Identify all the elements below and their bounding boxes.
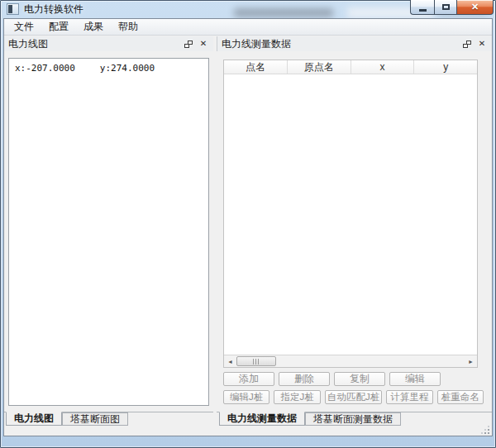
dock-header-powerline-diagram[interactable]: 电力线图 ✕ [4, 36, 213, 51]
menu-config[interactable]: 配置 [41, 18, 76, 36]
tab-powerline-measurement-data[interactable]: 电力线测量数据 [219, 412, 305, 426]
dock-title: 电力线测量数据 [222, 37, 291, 51]
scrollbar-thumb[interactable] [236, 356, 276, 366]
coordinate-y: y:274.0000 [100, 63, 155, 74]
maximize-icon [442, 4, 450, 10]
close-icon: ✕ [200, 40, 207, 48]
window-title: 电力转换软件 [24, 2, 83, 17]
float-window-icon [184, 41, 193, 48]
close-icon: ✕ [479, 40, 485, 48]
calc-mileage-button[interactable]: 计算里程 [386, 390, 432, 404]
dock-close-button[interactable]: ✕ [476, 39, 488, 50]
column-header-y[interactable]: y [414, 60, 477, 74]
dock-title: 电力线图 [8, 37, 48, 51]
tab-tower-base-section-diagram[interactable]: 塔基断面图 [62, 412, 128, 426]
rename-pile-button[interactable]: 桩重命名 [437, 390, 484, 404]
right-dock-tab-bar: 电力线测量数据 塔基断面测量数据 [217, 412, 492, 427]
menu-results[interactable]: 成果 [76, 18, 111, 36]
coordinate-x: x:-207.0000 [15, 63, 75, 74]
dock-header-measurement-data[interactable]: 电力线测量数据 ✕ [217, 36, 492, 51]
float-window-icon [463, 41, 471, 48]
measurement-table: 点名 原点名 x y ◄ ► [223, 60, 478, 368]
close-icon: ✕ [471, 2, 479, 12]
assign-j-pile-button[interactable]: 指定J桩 [274, 390, 320, 404]
scroll-left-arrow-icon[interactable]: ◄ [224, 355, 236, 367]
column-header-original-point-name[interactable]: 原点名 [288, 60, 351, 74]
column-header-point-name[interactable]: 点名 [224, 60, 288, 74]
minimize-icon [419, 9, 427, 12]
dock-float-button[interactable] [461, 39, 473, 50]
add-button[interactable]: 添加 [223, 372, 274, 386]
table-action-buttons: 添加 删除 复制 编辑 [223, 372, 441, 386]
cursor-coordinates: x:-207.0000 y:274.0000 [15, 63, 203, 74]
pile-action-buttons: 编辑J桩 指定J桩 自动匹配J桩 计算里程 桩重命名 [223, 390, 484, 404]
horizontal-scrollbar[interactable]: ◄ ► [224, 355, 477, 367]
auto-match-j-pile-button[interactable]: 自动匹配J桩 [325, 390, 382, 404]
table-body-empty[interactable] [224, 74, 477, 355]
app-icon[interactable] [7, 3, 19, 15]
scroll-right-arrow-icon[interactable]: ► [465, 355, 477, 367]
minimize-button[interactable] [410, 0, 434, 15]
edit-j-pile-button[interactable]: 编辑J桩 [223, 390, 269, 404]
menu-file[interactable]: 文件 [7, 18, 41, 36]
powerline-drawing-canvas[interactable]: x:-207.0000 y:274.0000 [8, 58, 209, 406]
tab-tower-base-section-measurement-data[interactable]: 塔基断面测量数据 [305, 412, 401, 426]
close-button[interactable]: ✕ [456, 0, 494, 15]
dock-float-button[interactable] [183, 39, 194, 50]
delete-button[interactable]: 删除 [279, 372, 330, 386]
left-dock-tab-bar: 电力线图 塔基断面图 [4, 412, 213, 427]
menu-bar: 文件 配置 成果 帮助 [4, 19, 492, 36]
menu-help[interactable]: 帮助 [111, 18, 145, 36]
table-header-row: 点名 原点名 x y [224, 60, 477, 74]
copy-button[interactable]: 复制 [334, 372, 385, 386]
caption-buttons: ✕ [410, 0, 494, 15]
maximize-button[interactable] [434, 0, 456, 15]
dock-close-button[interactable]: ✕ [198, 39, 209, 50]
window-body: 文件 配置 成果 帮助 电力线图 ✕ 电力线测量数据 ✕ [3, 18, 493, 436]
column-header-x[interactable]: x [351, 60, 415, 74]
tab-powerline-diagram[interactable]: 电力线图 [6, 412, 62, 426]
edit-button[interactable]: 编辑 [389, 372, 441, 386]
resize-grip[interactable] [481, 426, 489, 434]
